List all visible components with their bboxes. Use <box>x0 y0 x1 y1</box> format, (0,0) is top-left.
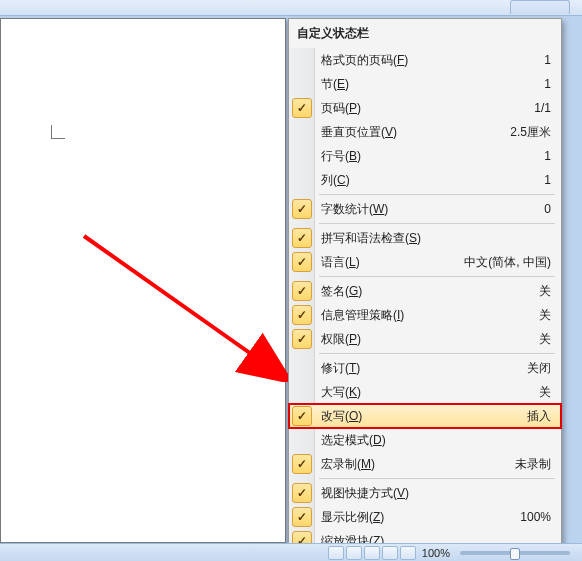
context-menu-item[interactable]: 宏录制(M)未录制 <box>289 452 561 476</box>
checkmark-icon <box>292 74 312 94</box>
menu-item-label: 显示比例(Z) <box>321 509 512 526</box>
checkmark-icon <box>292 430 312 450</box>
context-menu-body: 格式页的页码(F)1节(E)1页码(P)1/1垂直页位置(V)2.5厘米行号(B… <box>289 48 561 555</box>
checkmark-icon <box>292 305 312 325</box>
context-menu-item[interactable]: 语言(L)中文(简体, 中国) <box>289 250 561 274</box>
view-button-2[interactable] <box>346 546 362 560</box>
menu-item-label: 视图快捷方式(V) <box>321 485 543 502</box>
menu-item-label: 垂直页位置(V) <box>321 124 502 141</box>
view-button-3[interactable] <box>364 546 380 560</box>
context-menu-item[interactable]: 大写(K)关 <box>289 380 561 404</box>
menu-item-label: 宏录制(M) <box>321 456 507 473</box>
menu-item-label: 行号(B) <box>321 148 536 165</box>
app-background: 自定义状态栏 格式页的页码(F)1节(E)1页码(P)1/1垂直页位置(V)2.… <box>0 0 582 561</box>
menu-item-value: 关闭 <box>527 360 551 377</box>
menu-item-label: 改写(O) <box>321 408 519 425</box>
context-menu-item[interactable]: 格式页的页码(F)1 <box>289 48 561 72</box>
context-menu-item[interactable]: 信息管理策略(I)关 <box>289 303 561 327</box>
context-menu-item[interactable]: 改写(O)插入 <box>289 404 561 428</box>
text-cursor-indicator <box>51 125 65 139</box>
menu-item-value: 关 <box>539 283 551 300</box>
checkmark-icon <box>292 98 312 118</box>
checkmark-icon <box>292 146 312 166</box>
context-menu-item[interactable]: 签名(G)关 <box>289 279 561 303</box>
ribbon-tab-hint <box>510 0 570 14</box>
menu-item-value: 1 <box>544 149 551 163</box>
checkmark-icon <box>292 406 312 426</box>
checkmark-icon <box>292 329 312 349</box>
ribbon-bar <box>0 0 582 16</box>
status-bar: 100% <box>0 543 582 561</box>
view-button-5[interactable] <box>400 546 416 560</box>
document-page[interactable] <box>0 18 286 543</box>
menu-item-value: 中文(简体, 中国) <box>464 254 551 271</box>
checkmark-icon <box>292 454 312 474</box>
menu-item-value: 0 <box>544 202 551 216</box>
context-menu-title: 自定义状态栏 <box>289 19 561 48</box>
context-menu-item[interactable]: 节(E)1 <box>289 72 561 96</box>
menu-item-value: 1/1 <box>534 101 551 115</box>
menu-item-value: 2.5厘米 <box>510 124 551 141</box>
menu-item-value: 关 <box>539 307 551 324</box>
menu-item-label: 拼写和语法检查(S) <box>321 230 543 247</box>
menu-item-value: 插入 <box>527 408 551 425</box>
menu-item-label: 节(E) <box>321 76 536 93</box>
context-menu-item[interactable]: 垂直页位置(V)2.5厘米 <box>289 120 561 144</box>
context-menu-item[interactable]: 显示比例(Z)100% <box>289 505 561 529</box>
menu-item-value: 100% <box>520 510 551 524</box>
context-menu-item[interactable]: 选定模式(D) <box>289 428 561 452</box>
menu-item-label: 修订(T) <box>321 360 519 377</box>
menu-item-label: 签名(G) <box>321 283 531 300</box>
checkmark-icon <box>292 507 312 527</box>
context-menu-item[interactable]: 页码(P)1/1 <box>289 96 561 120</box>
menu-item-value: 1 <box>544 173 551 187</box>
menu-item-label: 格式页的页码(F) <box>321 52 536 69</box>
context-menu-item[interactable]: 权限(P)关 <box>289 327 561 351</box>
menu-item-value: 未录制 <box>515 456 551 473</box>
checkmark-icon <box>292 252 312 272</box>
checkmark-icon <box>292 50 312 70</box>
checkmark-icon <box>292 483 312 503</box>
menu-item-label: 列(C) <box>321 172 536 189</box>
checkmark-icon <box>292 122 312 142</box>
context-menu-item[interactable]: 字数统计(W)0 <box>289 197 561 221</box>
context-menu-item[interactable]: 修订(T)关闭 <box>289 356 561 380</box>
menu-item-value: 关 <box>539 384 551 401</box>
context-menu-item[interactable]: 行号(B)1 <box>289 144 561 168</box>
checkmark-icon <box>292 170 312 190</box>
checkmark-icon <box>292 199 312 219</box>
context-menu-item[interactable]: 拼写和语法检查(S) <box>289 226 561 250</box>
context-menu-item[interactable]: 视图快捷方式(V) <box>289 481 561 505</box>
menu-item-value: 1 <box>544 77 551 91</box>
menu-item-label: 语言(L) <box>321 254 456 271</box>
menu-item-label: 字数统计(W) <box>321 201 536 218</box>
menu-item-label: 页码(P) <box>321 100 526 117</box>
menu-item-value: 1 <box>544 53 551 67</box>
context-menu-item[interactable]: 列(C)1 <box>289 168 561 192</box>
menu-item-label: 信息管理策略(I) <box>321 307 531 324</box>
zoom-slider[interactable] <box>460 551 570 555</box>
menu-item-label: 大写(K) <box>321 384 531 401</box>
view-button-4[interactable] <box>382 546 398 560</box>
checkmark-icon <box>292 358 312 378</box>
checkmark-icon <box>292 228 312 248</box>
menu-item-label: 选定模式(D) <box>321 432 543 449</box>
view-button-1[interactable] <box>328 546 344 560</box>
zoom-level-label[interactable]: 100% <box>422 547 450 559</box>
menu-item-label: 权限(P) <box>321 331 531 348</box>
statusbar-context-menu[interactable]: 自定义状态栏 格式页的页码(F)1节(E)1页码(P)1/1垂直页位置(V)2.… <box>288 18 562 556</box>
checkmark-icon <box>292 281 312 301</box>
checkmark-icon <box>292 382 312 402</box>
menu-item-value: 关 <box>539 331 551 348</box>
